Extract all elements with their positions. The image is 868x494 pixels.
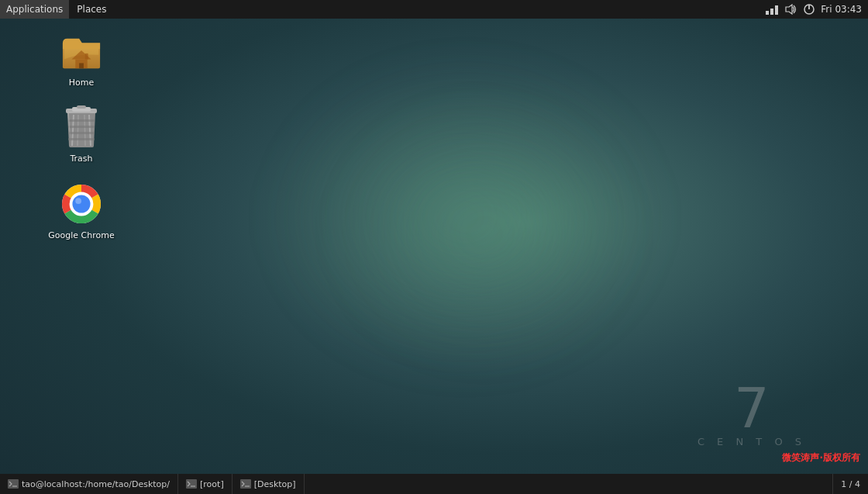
svg-rect-27 <box>186 479 197 489</box>
svg-rect-8 <box>79 63 84 68</box>
trash-label: Trash <box>70 154 92 164</box>
svg-rect-18 <box>68 126 95 128</box>
svg-rect-9 <box>85 54 88 60</box>
network-icon[interactable] <box>765 2 779 16</box>
terminal-icon-2 <box>186 479 197 489</box>
chrome-icon[interactable]: Google Chrome <box>46 181 116 241</box>
taskbar-top-left: Applications Places <box>0 0 112 19</box>
svg-rect-17 <box>68 119 95 122</box>
desktop: Applications Places <box>0 0 868 494</box>
taskbar-top-right: Fri 03:43 <box>765 2 868 16</box>
desktop-icons: Home <box>46 28 116 241</box>
svg-rect-0 <box>766 11 769 15</box>
taskbar-top: Applications Places <box>0 0 868 19</box>
svg-rect-20 <box>68 138 95 140</box>
chrome-label: Google Chrome <box>48 230 114 241</box>
trash-svg <box>61 105 102 149</box>
centos-number: 7 <box>698 380 806 436</box>
taskbar-desktop[interactable]: [Desktop] <box>232 474 305 494</box>
svg-point-23 <box>72 195 90 212</box>
home-icon-wrapper <box>58 28 105 74</box>
terminal-icon <box>8 479 19 489</box>
applications-menu[interactable]: Applications <box>0 0 69 19</box>
home-icon[interactable]: Home <box>46 28 116 88</box>
power-icon[interactable] <box>802 2 816 16</box>
home-label: Home <box>69 78 94 88</box>
copyright-text: 微笑涛声·版权所有 <box>782 451 860 465</box>
svg-rect-12 <box>77 105 86 109</box>
svg-rect-2 <box>775 5 778 15</box>
trash-icon-wrapper <box>58 104 105 150</box>
volume-icon[interactable] <box>784 2 797 16</box>
centos-watermark: 7 C E N T O S <box>698 380 806 447</box>
taskbar-terminal-root[interactable]: [root] <box>178 474 232 494</box>
chrome-icon-wrapper <box>58 181 105 227</box>
svg-rect-25 <box>8 479 19 489</box>
home-folder-svg <box>61 32 102 71</box>
svg-point-24 <box>75 198 81 204</box>
svg-rect-29 <box>240 479 251 489</box>
trash-icon[interactable]: Trash <box>46 104 116 164</box>
svg-rect-19 <box>68 132 95 134</box>
svg-marker-3 <box>786 5 792 14</box>
taskbar-bottom: tao@localhost:/home/tao/Desktop/ [root] … <box>0 474 868 494</box>
terminal-icon-3 <box>240 479 251 489</box>
places-menu[interactable]: Places <box>71 0 112 19</box>
svg-rect-1 <box>770 9 773 15</box>
taskbar-terminal-tao[interactable]: tao@localhost:/home/tao/Desktop/ <box>0 474 178 494</box>
workspace-indicator[interactable]: 1 / 4 <box>832 474 868 494</box>
clock: Fri 03:43 <box>821 4 862 15</box>
chrome-svg <box>61 183 102 225</box>
centos-text: C E N T O S <box>698 436 806 447</box>
